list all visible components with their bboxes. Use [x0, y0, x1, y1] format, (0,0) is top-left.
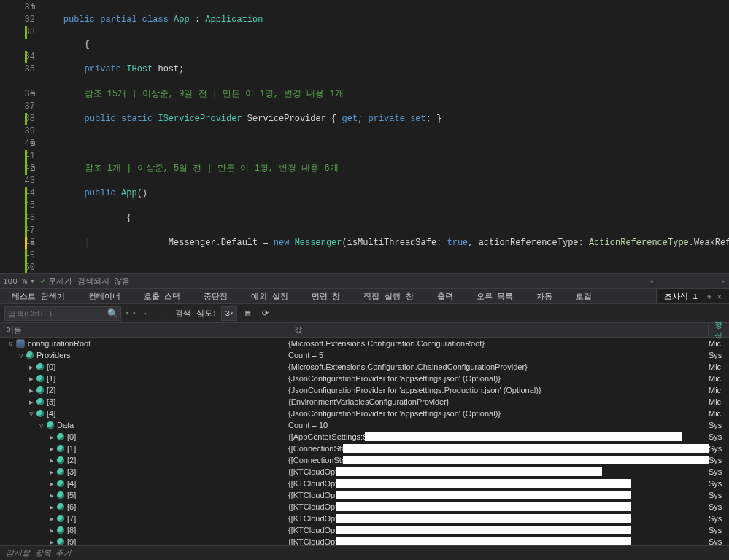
watch-row[interactable]: ▸[1]{[ConnectionStrings:Sys [0, 443, 729, 454]
expand-icon[interactable]: ▸ [47, 502, 57, 512]
tab-container[interactable]: 컨테이너 [77, 289, 132, 303]
watch-type: Mic [709, 397, 729, 406]
code-body[interactable]: │ public partial class App : Application… [42, 0, 729, 273]
expand-icon[interactable]: ▸ [26, 374, 36, 384]
expand-icon[interactable]: ▸ [47, 526, 57, 535]
watch-row[interactable]: ▸[9]{[KTCloudOption:Sys [0, 536, 729, 545]
watch-row[interactable]: ▸[8]{[KTCloudOption:Sys [0, 524, 729, 536]
tab-errors[interactable]: 오류 목록 [465, 289, 525, 303]
pin-icon[interactable]: ⊕ [707, 292, 712, 301]
watch-search-input[interactable] [4, 306, 121, 321]
code-editor[interactable]: ⊟31 32 33 34 35 ⊟36 37 38 39 ⊟40 41 ⊟42 … [0, 0, 729, 273]
watch-name: configurationRoot [28, 339, 90, 348]
watch-name: [0] [47, 362, 55, 371]
watch-name: [2] [47, 386, 55, 394]
watch-value: {[AppCenterSettings:Secret, [288, 432, 709, 441]
watch-name: [0] [67, 432, 76, 441]
expand-icon[interactable]: ▸ [47, 491, 57, 500]
watch-row[interactable]: ▿ProvidersCount = 5Sys [0, 349, 729, 361]
expand-icon[interactable]: ▸ [26, 397, 36, 407]
editor-status-bar: 100 % ▾ ✔문제가 검색되지 않음 ◂ ──────────── ▸ [0, 273, 729, 288]
watch-value: {Microsoft.Extensions.Configuration.Conf… [288, 339, 709, 348]
watch-row[interactable]: ▿configurationRoot{Microsoft.Extensions.… [0, 338, 729, 349]
tab-immediate[interactable]: 직접 실행 창 [352, 289, 425, 303]
watch-name: [4] [67, 479, 76, 488]
pencil-icon: ✎ [31, 237, 35, 249]
expand-icon[interactable]: ▸ [47, 444, 57, 454]
watch-row[interactable]: ▸[3]{EnvironmentVariablesConfigurationPr… [0, 396, 729, 408]
watch-value: Count = 5 [288, 351, 709, 359]
watch-row[interactable]: ▸[7]{[KTCloudOption:Sys [0, 513, 729, 524]
watch-row[interactable]: ▸[2]{[ConnectionStrings:Sys [0, 454, 729, 466]
tab-breakpoints[interactable]: 중단점 [192, 289, 239, 303]
prop-icon [36, 410, 44, 417]
watch-type: Mic [709, 362, 729, 371]
expand-icon[interactable]: ▸ [47, 537, 57, 546]
watch-row[interactable]: ▸[5]{[KTCloudOption:Sys [0, 489, 729, 501]
expand-icon[interactable]: ▸ [47, 479, 57, 489]
watch-row[interactable]: ▸[2]{JsonConfigurationProvider for 'apps… [0, 384, 729, 396]
watch-row[interactable]: ▸[0]{Microsoft.Extensions.Configuration.… [0, 361, 729, 373]
watch-name: [6] [67, 502, 76, 511]
add-watch-hint[interactable]: 감시할 항목 추가 [0, 545, 729, 560]
redacted-block [343, 456, 709, 464]
watch-row[interactable]: ▿[4]{JsonConfigurationProvider for 'apps… [0, 408, 729, 419]
tab-watch1[interactable]: 조사식 1 ⊕ ✕ [656, 289, 729, 303]
watch-row[interactable]: ▸[4]{[KTCloudOption:Sys [0, 478, 729, 489]
expand-icon[interactable]: ▸ [47, 467, 57, 477]
tab-exceptions[interactable]: 예외 설정 [239, 289, 300, 303]
watch-row[interactable]: ▸[1]{JsonConfigurationProvider for 'apps… [0, 373, 729, 384]
expand-icon[interactable]: ▸ [47, 456, 57, 465]
expand-icon[interactable]: ▸ [47, 432, 57, 442]
watch-type: Mic [709, 339, 729, 348]
redacted-block [336, 514, 631, 523]
watch-row[interactable]: ▸[6]{[KTCloudOption:Sys [0, 501, 729, 513]
expand-icon[interactable]: ▿ [36, 421, 47, 430]
expand-icon[interactable]: ▿ [16, 351, 26, 360]
fold-icon[interactable]: ⊟ [31, 138, 35, 150]
redacted-block [365, 432, 682, 441]
col-type[interactable]: 형식 [709, 323, 729, 337]
expand-icon[interactable]: ▸ [47, 514, 57, 524]
close-icon[interactable]: ✕ [717, 292, 722, 301]
watch-type: Mic [709, 409, 729, 418]
tab-callstack[interactable]: 호출 스택 [132, 289, 193, 303]
expand-icon[interactable]: ▸ [26, 362, 36, 372]
col-name[interactable]: 이름 [0, 323, 288, 337]
watch-row[interactable]: ▿DataCount = 10Sys [0, 419, 729, 431]
tab-test-explorer[interactable]: 테스트 탐색기 [0, 289, 77, 303]
obj-icon [16, 339, 25, 348]
watch-value: {JsonConfigurationProvider for 'appsetti… [288, 374, 709, 383]
watch-name: [9] [67, 537, 76, 545]
refresh-icon[interactable]: ⟳ [259, 307, 272, 320]
tab-command[interactable]: 명령 창 [300, 289, 352, 303]
zoom-level[interactable]: 100 % ▾ [3, 276, 35, 286]
watch-name: [1] [67, 444, 76, 453]
prop-icon [57, 433, 64, 440]
redacted-block [336, 467, 602, 476]
arrow-right-icon[interactable]: → [158, 307, 171, 320]
watch-tree[interactable]: ▿configurationRoot{Microsoft.Extensions.… [0, 338, 729, 545]
watch-row[interactable]: ▸[3]{[KTCloudOption:Sys [0, 466, 729, 478]
problems-status: 문제가 검색되지 않음 [48, 276, 130, 287]
search-icon[interactable]: 🔍 [107, 308, 118, 319]
check-icon: ✔ [41, 276, 46, 286]
watch-type: Sys [709, 502, 729, 511]
depth-combo[interactable]: 3 ▾ [221, 306, 236, 321]
tab-output[interactable]: 출력 [425, 289, 465, 303]
expand-icon[interactable]: ▿ [6, 339, 16, 349]
redacted-block [336, 526, 631, 534]
fold-icon[interactable]: ⊟ [31, 163, 35, 175]
fold-icon[interactable]: ⊟ [31, 88, 35, 101]
watch-row[interactable]: ▸[0]{[AppCenterSettings:Secret,Sys [0, 431, 729, 443]
watch-name: [7] [67, 514, 76, 523]
arrow-left-icon[interactable]: ← [140, 307, 153, 320]
tab-locals[interactable]: 로컬 [564, 289, 603, 303]
depth-label: 검색 심도: [175, 308, 217, 319]
col-value[interactable]: 값 [288, 323, 709, 337]
fold-icon[interactable]: ⊟ [31, 1, 35, 14]
tab-autos[interactable]: 자동 [525, 289, 564, 303]
expand-icon[interactable]: ▿ [26, 409, 36, 419]
filter-icon[interactable]: ▤ [242, 307, 255, 320]
expand-icon[interactable]: ▸ [26, 386, 36, 395]
